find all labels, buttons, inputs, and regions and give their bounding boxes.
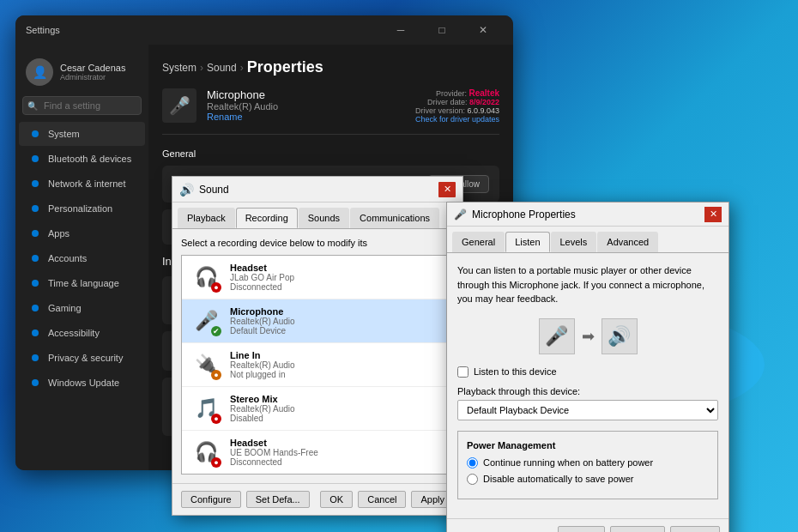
- tab-communications[interactable]: Communications: [350, 208, 439, 228]
- tab-playback[interactable]: Playback: [178, 208, 235, 228]
- list-item[interactable]: 🔌 ● Line In Realtek(R) Audio Not plugged…: [182, 343, 453, 387]
- listen-checkbox[interactable]: [457, 366, 469, 378]
- linein-status: ●: [211, 370, 221, 380]
- sidebar-item-privacy-label: Privacy & security: [48, 353, 123, 363]
- sound-cancel-button[interactable]: Cancel: [358, 491, 406, 508]
- mic-props-icon: 🎤: [454, 209, 467, 221]
- check-driver-link[interactable]: Check for driver updates: [415, 115, 499, 124]
- sidebar-item-gaming[interactable]: Gaming: [19, 296, 145, 320]
- list-item[interactable]: 🎤 ✔ Microphone Realtek(R) Audio Default …: [182, 299, 453, 343]
- microphone-status: ✔: [211, 326, 221, 336]
- breadcrumb-sep2: ›: [240, 62, 244, 74]
- apps-icon: [29, 227, 41, 239]
- accessibility-icon: [29, 327, 41, 339]
- mic-cancel-button[interactable]: Cancel: [610, 526, 665, 533]
- sidebar-item-windows-update[interactable]: Windows Update: [19, 371, 145, 395]
- sidebar-item-apps[interactable]: Apps: [19, 221, 145, 245]
- power-continue-row: Continue running when on battery power: [467, 457, 709, 469]
- mic-content: You can listen to a portable music playe…: [447, 252, 728, 518]
- sidebar-item-windows-update-label: Windows Update: [48, 378, 119, 388]
- device-driver: Realtek(R) Audio: [207, 101, 278, 112]
- sound-dialog-close[interactable]: ✕: [438, 182, 456, 197]
- breadcrumb-sound: Sound: [207, 62, 237, 74]
- device-thumb: 🎵 ●: [190, 393, 221, 424]
- mic-props-dialog: 🎤 Microphone Properties ✕ General Listen…: [446, 202, 729, 532]
- headset1-status: ●: [211, 282, 221, 293]
- sound-ok-button[interactable]: OK: [320, 491, 353, 508]
- sidebar-item-privacy[interactable]: Privacy & security: [19, 346, 145, 370]
- sidebar: 👤 Cesar Cadenas Administrator 🔍 System: [15, 45, 148, 470]
- stereomix-name: Stereo Mix: [230, 394, 295, 404]
- mic-props-title: 🎤 Microphone Properties: [454, 209, 576, 221]
- set-default-button[interactable]: Set Defa...: [246, 491, 310, 508]
- playback-label: Playback through this device:: [457, 386, 718, 396]
- avatar: 👤: [26, 58, 53, 86]
- mic-tab-listen[interactable]: Listen: [505, 232, 549, 252]
- close-button[interactable]: ✕: [463, 18, 503, 42]
- personalization-icon: [29, 203, 41, 215]
- titlebar-controls: ─ □ ✕: [381, 18, 503, 42]
- maximize-button[interactable]: □: [422, 18, 462, 42]
- sidebar-item-apps-label: Apps: [48, 228, 70, 239]
- configure-button[interactable]: Configure: [181, 491, 241, 508]
- sidebar-item-system[interactable]: System: [19, 122, 145, 146]
- continue-radio[interactable]: [467, 457, 478, 469]
- device-icon: 🎤: [162, 88, 196, 123]
- mic-props-titlebar: 🎤 Microphone Properties ✕: [447, 203, 728, 227]
- date-label: Driver date:: [427, 98, 468, 106]
- sidebar-item-accessibility[interactable]: Accessibility: [19, 321, 145, 345]
- system-icon: [29, 128, 41, 140]
- search-input[interactable]: [22, 96, 142, 115]
- sidebar-item-bluetooth-label: Bluetooth & devices: [48, 154, 131, 164]
- sidebar-item-time[interactable]: Time & language: [19, 271, 145, 295]
- sidebar-item-bluetooth[interactable]: Bluetooth & devices: [19, 147, 145, 171]
- accounts-icon: [29, 252, 41, 264]
- mic-props-close[interactable]: ✕: [704, 207, 722, 222]
- device-list: 🎧 ● Headset JLab GO Air Pop Disconnected…: [181, 255, 454, 475]
- privacy-icon: [29, 352, 41, 364]
- list-item[interactable]: 🎵 ● Stereo Mix Realtek(R) Audio Disabled: [182, 387, 453, 431]
- date-value: 8/9/2022: [469, 98, 499, 106]
- sound-dialog: 🔊 Sound ✕ Playback Recording Sounds Comm…: [172, 176, 463, 516]
- sound-dialog-titlebar: 🔊 Sound ✕: [172, 177, 462, 203]
- tab-recording[interactable]: Recording: [236, 208, 298, 228]
- sidebar-user-sub: Administrator: [60, 73, 125, 82]
- mic-description: You can listen to a portable music playe…: [457, 263, 718, 306]
- breadcrumb-sep1: ›: [200, 62, 203, 74]
- breadcrumb-system: System: [162, 62, 196, 74]
- device-status[interactable]: Rename: [207, 112, 278, 122]
- device-info: Microphone Realtek(R) Audio Rename: [207, 88, 278, 122]
- device-thumb: 🎤 ✔: [190, 305, 221, 336]
- mic-speaker-icon: 🔊: [602, 318, 638, 354]
- listen-check-row: Listen to this device: [457, 366, 718, 378]
- provider-value: Realtek: [469, 88, 499, 98]
- mic-tab-levels[interactable]: Levels: [551, 232, 597, 252]
- list-item[interactable]: 🎧 ● Headset JLab GO Air Pop Disconnected: [182, 256, 453, 299]
- mic-tab-general[interactable]: General: [452, 232, 505, 252]
- network-icon: [29, 178, 41, 190]
- sidebar-search: 🔍: [22, 96, 142, 115]
- playback-select[interactable]: Default Playback Device: [457, 400, 718, 420]
- list-item[interactable]: 🎧 ● Headset UE BOOM Hands-Free Disconnec…: [182, 431, 453, 474]
- sidebar-item-network[interactable]: Network & internet: [19, 172, 145, 196]
- search-icon: 🔍: [27, 101, 38, 111]
- settings-window-title: Settings: [26, 25, 60, 35]
- mic-apply-button[interactable]: Apply: [670, 526, 720, 533]
- sidebar-item-personalization[interactable]: Personalization: [19, 196, 145, 221]
- device-name: Microphone: [207, 88, 278, 101]
- tab-sounds[interactable]: Sounds: [299, 208, 349, 228]
- mic-tab-advanced[interactable]: Advanced: [597, 232, 658, 252]
- sidebar-item-network-label: Network & internet: [48, 178, 125, 189]
- mic-icons-row: 🎤 ➡ 🔊: [457, 318, 718, 354]
- general-title: General: [162, 148, 499, 159]
- mic-ok-button[interactable]: OK: [558, 526, 605, 533]
- breadcrumb-properties: Properties: [247, 58, 323, 76]
- sidebar-item-accounts[interactable]: Accounts: [19, 246, 145, 270]
- device-header: 🎤 Microphone Realtek(R) Audio Rename Pro…: [162, 88, 499, 135]
- settings-titlebar: Settings ─ □ ✕: [15, 15, 513, 45]
- mic-tabs: General Listen Levels Advanced: [447, 227, 728, 252]
- disable-radio[interactable]: [467, 474, 478, 485]
- sound-footer: Configure Set Defa... OK Cancel Apply: [172, 483, 462, 515]
- device-meta: Provider: Realtek Driver date: 8/9/2022 …: [415, 88, 499, 124]
- minimize-button[interactable]: ─: [381, 18, 420, 42]
